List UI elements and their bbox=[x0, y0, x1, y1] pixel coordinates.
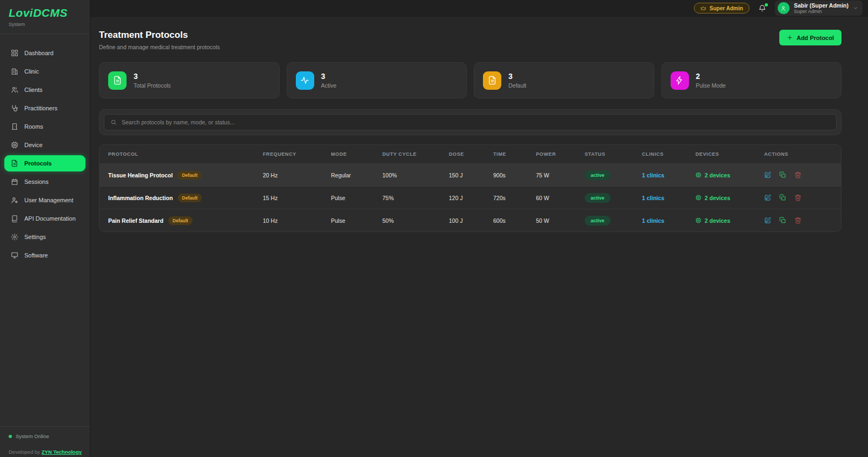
search-input[interactable] bbox=[122, 119, 830, 125]
edit-button[interactable] bbox=[764, 194, 771, 201]
delete-button[interactable] bbox=[794, 171, 801, 178]
copy-button[interactable] bbox=[779, 171, 786, 178]
clinics-link[interactable]: 1 clinics bbox=[642, 195, 664, 201]
sidebar-item-label: User Management bbox=[24, 197, 74, 203]
delete-button[interactable] bbox=[794, 194, 801, 201]
sidebar-item-software[interactable]: Software bbox=[4, 247, 85, 263]
column-header-dose: Dose bbox=[449, 151, 493, 157]
file-icon bbox=[108, 71, 127, 90]
avatar bbox=[778, 2, 790, 14]
calendar-icon bbox=[11, 178, 18, 186]
duty-cycle-cell: 75% bbox=[382, 195, 449, 201]
copy-button[interactable] bbox=[779, 194, 786, 201]
sidebar-item-dashboard[interactable]: Dashboard bbox=[4, 45, 85, 61]
stat-label: Total Protocols bbox=[134, 82, 171, 89]
sidebar-item-device[interactable]: Device bbox=[4, 137, 85, 153]
devices-link[interactable]: 2 devices bbox=[695, 172, 764, 178]
page-header: Treatment Protocols Define and manage me… bbox=[99, 30, 842, 50]
file-icon bbox=[11, 160, 18, 167]
users-icon bbox=[11, 86, 18, 94]
sidebar-item-api-documentation[interactable]: API Documentation bbox=[4, 210, 85, 227]
sidebar-item-user-management[interactable]: User Management bbox=[4, 192, 85, 208]
devices-link[interactable]: 2 devices bbox=[695, 195, 764, 201]
protocol-name: Tissue Healing Protocol bbox=[108, 172, 173, 178]
sidebar-item-protocols[interactable]: Protocols bbox=[4, 155, 85, 171]
devices-link[interactable]: 2 devices bbox=[695, 217, 764, 224]
sidebar-item-clients[interactable]: Clients bbox=[4, 82, 85, 98]
protocols-table: Protocol Frequency Mode Duty Cycle Dose … bbox=[99, 144, 842, 232]
sidebar-item-label: Dashboard bbox=[24, 50, 54, 56]
dose-cell: 120 J bbox=[449, 195, 493, 201]
edit-button[interactable] bbox=[764, 171, 771, 178]
column-header-duty-cycle: Duty Cycle bbox=[382, 151, 449, 157]
default-badge: Default bbox=[177, 171, 202, 180]
book-icon bbox=[11, 215, 18, 222]
user-menu[interactable]: Sabir (Super Admin) Super Admin bbox=[775, 1, 863, 16]
frequency-cell: 15 Hz bbox=[263, 195, 331, 201]
page-title: Treatment Protocols bbox=[99, 30, 220, 41]
user-gear-icon bbox=[11, 196, 18, 204]
trash-icon bbox=[794, 194, 801, 201]
stethoscope-icon bbox=[11, 104, 18, 112]
grid-icon bbox=[11, 49, 18, 57]
main-area: Super Admin Sabir (Super Admin) Super Ad… bbox=[90, 0, 868, 457]
add-protocol-button[interactable]: Add Protocol bbox=[779, 30, 842, 45]
protocol-name: Pain Relief Standard bbox=[108, 217, 163, 224]
column-header-power: Power bbox=[536, 151, 585, 157]
company-link[interactable]: ZYN Technology bbox=[42, 449, 82, 455]
column-header-clinics: Clinics bbox=[642, 151, 695, 157]
sidebar-item-settings[interactable]: Settings bbox=[4, 229, 85, 245]
search-card bbox=[99, 109, 842, 135]
copy-icon bbox=[779, 194, 786, 201]
clinics-link[interactable]: 1 clinics bbox=[642, 172, 664, 178]
building-icon bbox=[11, 68, 18, 75]
status-badge: active bbox=[585, 193, 611, 203]
column-header-mode: Mode bbox=[331, 151, 382, 157]
table-row: Inflammation Reduction Default 15 Hz Pul… bbox=[100, 186, 841, 209]
table-header-row: Protocol Frequency Mode Duty Cycle Dose … bbox=[100, 145, 841, 163]
sidebar-item-clinic[interactable]: Clinic bbox=[4, 63, 85, 80]
duty-cycle-cell: 100% bbox=[382, 172, 449, 178]
stat-card-pulse-mode: 2 Pulse Mode bbox=[661, 62, 842, 98]
power-cell: 75 W bbox=[536, 172, 585, 178]
trash-icon bbox=[794, 217, 801, 224]
time-cell: 720s bbox=[493, 195, 536, 201]
user-info: Sabir (Super Admin) Super Admin bbox=[794, 2, 849, 14]
sidebar-item-label: API Documentation bbox=[24, 215, 76, 222]
copy-icon bbox=[779, 171, 786, 178]
user-name: Sabir (Super Admin) bbox=[794, 2, 849, 9]
edit-icon bbox=[764, 194, 771, 201]
copy-button[interactable] bbox=[779, 217, 786, 224]
cpu-icon bbox=[695, 195, 701, 201]
stat-card-default: 3 Default bbox=[474, 62, 654, 98]
default-badge: Default bbox=[178, 194, 202, 202]
column-header-devices: Devices bbox=[695, 151, 764, 157]
status-badge: active bbox=[585, 170, 611, 180]
crown-icon bbox=[700, 5, 706, 11]
sidebar-item-rooms[interactable]: Rooms bbox=[4, 118, 85, 135]
activity-icon bbox=[296, 71, 314, 90]
table-row: Pain Relief Standard Default 10 Hz Pulse… bbox=[100, 209, 841, 231]
trash-icon bbox=[794, 171, 801, 178]
delete-button[interactable] bbox=[794, 217, 801, 224]
power-cell: 50 W bbox=[536, 217, 585, 224]
logo-block: LoviDCMS System bbox=[0, 0, 90, 34]
protocol-name: Inflammation Reduction bbox=[108, 195, 173, 201]
edit-button[interactable] bbox=[764, 217, 771, 224]
edit-icon bbox=[764, 171, 771, 178]
sidebar-item-label: Clinic bbox=[24, 68, 39, 75]
app-subtitle: System bbox=[9, 22, 81, 27]
file-icon bbox=[483, 71, 501, 90]
stat-value: 2 bbox=[696, 72, 726, 81]
chevron-down-icon bbox=[853, 5, 858, 11]
bolt-icon bbox=[671, 71, 689, 90]
stat-label: Default bbox=[508, 82, 526, 89]
clinics-link[interactable]: 1 clinics bbox=[642, 217, 664, 224]
stat-label: Pulse Mode bbox=[696, 82, 726, 89]
sidebar-item-practitioners[interactable]: Practitioners bbox=[4, 100, 85, 116]
plus-icon bbox=[787, 35, 793, 41]
stat-value: 3 bbox=[321, 72, 337, 81]
notifications-button[interactable] bbox=[758, 4, 766, 12]
table-row: Tissue Healing Protocol Default 20 Hz Re… bbox=[100, 163, 841, 186]
sidebar-item-sessions[interactable]: Sessions bbox=[4, 174, 85, 190]
